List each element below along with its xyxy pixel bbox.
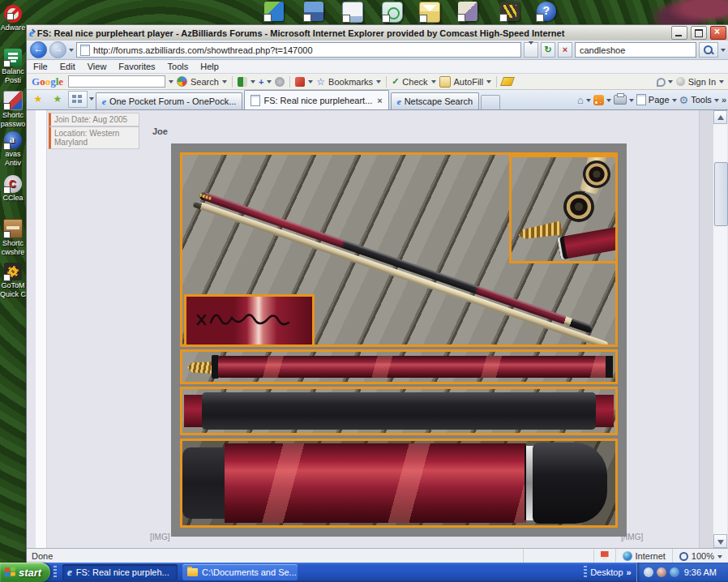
tray-shield-icon[interactable]: [657, 567, 666, 577]
home-caret-icon[interactable]: [586, 99, 591, 105]
history-dropdown-icon[interactable]: [69, 49, 74, 54]
add-gadget-icon[interactable]: +: [259, 77, 263, 87]
settings-caret-icon[interactable]: [668, 80, 673, 86]
scroll-up-button[interactable]: [713, 110, 727, 124]
desktop-icon-help[interactable]: [535, 2, 557, 24]
tools-menu-button[interactable]: Tools: [691, 95, 712, 105]
signature-scribble: [186, 297, 312, 345]
pagerank-icon[interactable]: [238, 77, 247, 87]
print-icon[interactable]: [614, 95, 627, 105]
joint-closeup-inset: [509, 155, 618, 263]
bookmarks-caret-icon[interactable]: [376, 80, 381, 86]
check-caret-icon[interactable]: [431, 80, 436, 86]
desktop-icon-shared-pictures[interactable]: [263, 2, 285, 24]
title-bar[interactable]: e FS: Real nice purpleheart player - AzB…: [27, 25, 728, 41]
rss-icon[interactable]: [593, 95, 604, 105]
menu-edit[interactable]: Edit: [60, 62, 75, 71]
menu-view[interactable]: View: [88, 62, 107, 71]
menu-file[interactable]: File: [33, 62, 48, 71]
desktop-toolbar-label[interactable]: Desktop: [590, 567, 623, 577]
tab-one-pocket-forum[interactable]: e One Pocket Forum - OnePock...: [96, 92, 242, 109]
google-search-caret-icon[interactable]: [222, 80, 227, 86]
menu-favorites[interactable]: Favorites: [118, 62, 155, 71]
favorites-center-button[interactable]: ★: [29, 91, 47, 108]
tab-close-icon[interactable]: ×: [377, 96, 382, 105]
signin-button[interactable]: Sign In: [688, 77, 716, 87]
maximize-button[interactable]: [691, 26, 707, 40]
close-button[interactable]: [710, 26, 726, 40]
tab-fs-purpleheart[interactable]: FS: Real nice purpleheart... ×: [244, 90, 388, 109]
desktop-toolbar-grip[interactable]: [584, 566, 587, 579]
refresh-button[interactable]: ↻: [541, 42, 555, 58]
google-search-dropdown-icon[interactable]: [169, 80, 173, 86]
back-button[interactable]: ←: [30, 41, 47, 58]
internet-zone-icon: [623, 551, 632, 561]
popup-blocker-icon[interactable]: [295, 77, 305, 87]
desktop-icon-recycle-bin[interactable]: [381, 2, 403, 24]
desktop-icon-balance[interactable]: BalancPosti: [0, 49, 26, 85]
google-search-input[interactable]: [68, 75, 165, 88]
status-zoom-cell[interactable]: 100%: [672, 549, 728, 563]
start-button[interactable]: start: [0, 563, 50, 582]
popup-caret-icon[interactable]: [308, 80, 313, 86]
zoom-caret-icon[interactable]: [717, 555, 722, 561]
desktop-icon-gotomeeting[interactable]: GoToMQuick C: [0, 263, 26, 299]
add-gadget-caret-icon[interactable]: [267, 80, 272, 86]
menu-help[interactable]: Help: [200, 62, 219, 71]
wrench-icon[interactable]: [656, 77, 665, 86]
desktop-icon-mail[interactable]: [418, 2, 440, 24]
quick-launch-grip[interactable]: [54, 566, 57, 579]
rss-caret-icon[interactable]: [606, 99, 611, 105]
tab-list-caret-icon[interactable]: [89, 97, 94, 103]
pagerank-caret-icon[interactable]: [251, 80, 255, 86]
new-tab-stub[interactable]: [481, 95, 500, 109]
taskbar-button-explorer[interactable]: C:\Documents and Se...: [182, 564, 298, 580]
autofill-button[interactable]: AutoFill: [454, 77, 484, 87]
google-search-button[interactable]: Search: [191, 77, 219, 87]
quick-tabs-button[interactable]: [68, 91, 88, 108]
print-caret-icon[interactable]: [629, 99, 634, 105]
minimize-button[interactable]: [671, 26, 687, 40]
address-input[interactable]: http://forums.azbilliards.com/showthread…: [76, 42, 521, 58]
highlighter-icon[interactable]: [500, 77, 515, 86]
scroll-down-button[interactable]: [713, 534, 727, 548]
globe-icon[interactable]: [275, 77, 285, 87]
search-input[interactable]: candleshoe: [575, 42, 696, 58]
desktop-icon-ccleaner[interactable]: CClea: [0, 175, 26, 203]
menu-tools[interactable]: Tools: [168, 62, 189, 71]
home-icon[interactable]: ⌂: [577, 94, 584, 106]
scroll-thumb[interactable]: [714, 162, 728, 226]
search-go-button[interactable]: [699, 42, 718, 58]
bookmarks-button[interactable]: Bookmarks: [328, 77, 373, 87]
desktop-icon-scanner-app[interactable]: [499, 2, 520, 24]
desktop-icon-passwords[interactable]: Shortcpasswo: [0, 91, 26, 129]
autofill-caret-icon[interactable]: [486, 80, 491, 86]
tab-netscape-search[interactable]: e Netscape Search: [391, 92, 479, 109]
check-button[interactable]: Check: [402, 77, 427, 87]
taskbar-button-ie[interactable]: e FS: Real nice purpleh...: [62, 564, 178, 580]
page-menu-button[interactable]: Page: [649, 95, 670, 105]
stop-button[interactable]: ×: [558, 42, 572, 58]
desktop-icon-slideshow[interactable]: [456, 2, 478, 24]
forearm-photo: [180, 349, 618, 384]
desktop-icon-adaware[interactable]: Adware: [0, 5, 26, 32]
search-options-dropdown-icon[interactable]: [721, 49, 726, 54]
tools-caret-icon[interactable]: [714, 99, 719, 105]
overflow-chevron-icon[interactable]: »: [722, 95, 726, 105]
desktop-icon-avast[interactable]: avasAntiv: [0, 131, 26, 168]
forward-button[interactable]: →: [49, 41, 66, 58]
desktop-icon-cwshredder[interactable]: Shortccwshre: [0, 219, 26, 257]
hide-icons-button[interactable]: [644, 567, 653, 577]
magnifier-icon: [704, 45, 713, 54]
address-dropdown-button[interactable]: [524, 42, 538, 58]
desktop-toolbar-chevron[interactable]: »: [627, 567, 632, 577]
tray-network-icon[interactable]: [670, 567, 679, 577]
page-caret-icon[interactable]: [672, 99, 677, 105]
desktop-icon-document[interactable]: [341, 2, 363, 24]
join-date-box: Join Date: Aug 2005: [49, 113, 139, 126]
signin-caret-icon[interactable]: [719, 80, 724, 86]
desktop-icon-photo-viewer[interactable]: [302, 2, 324, 24]
butt-sleeve-photo: [180, 439, 618, 528]
vertical-scrollbar[interactable]: [713, 110, 727, 548]
add-favorite-button[interactable]: ★: [49, 91, 66, 108]
